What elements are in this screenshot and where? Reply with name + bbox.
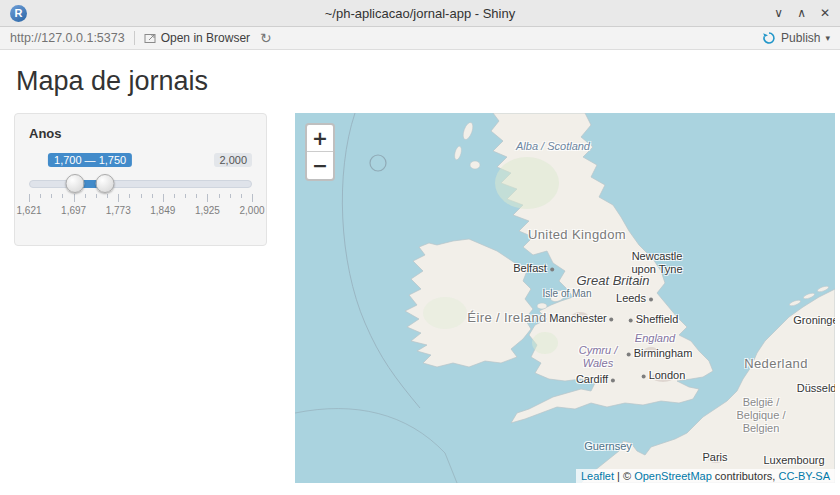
map-label: Nederland bbox=[744, 356, 808, 372]
open-in-browser-button[interactable]: Open in Browser bbox=[144, 31, 250, 45]
slider-tick bbox=[185, 194, 186, 198]
app-content: Mapa de jornais Anos 1,700 — 1,750 2,000… bbox=[0, 50, 840, 483]
map-label: Düsseldorf bbox=[797, 382, 835, 395]
city-dot-icon bbox=[627, 352, 631, 356]
toolbar-divider bbox=[134, 31, 135, 45]
window-titlebar: R ~/ph-aplicacao/jornal-app - Shiny ∨ ∧ … bbox=[0, 0, 840, 27]
map-label: Éire / Ireland bbox=[467, 310, 546, 326]
window-controls: ∨ ∧ ✕ bbox=[774, 7, 830, 19]
map-label: Cardiff bbox=[576, 373, 618, 386]
slider-tick bbox=[96, 194, 97, 198]
sidebar-panel: Anos 1,700 — 1,750 2,000 1,6211,6971,773… bbox=[14, 113, 267, 246]
window-title: ~/ph-aplicacao/jornal-app - Shiny bbox=[0, 6, 840, 21]
publish-label: Publish bbox=[781, 31, 820, 45]
slider-tick bbox=[241, 194, 242, 198]
slider-tick bbox=[174, 194, 175, 198]
slider-tick bbox=[152, 194, 153, 198]
slider-tick bbox=[141, 194, 142, 198]
city-dot-icon bbox=[629, 319, 633, 323]
map-label: London bbox=[639, 369, 686, 382]
slider-tick-label: 2,000 bbox=[239, 205, 264, 216]
map-label: Alba / Scotland bbox=[516, 140, 590, 153]
year-range-slider[interactable]: 1,700 — 1,750 2,000 1,6211,6971,7731,849… bbox=[29, 153, 252, 219]
close-icon[interactable]: ✕ bbox=[820, 7, 830, 19]
leaflet-link[interactable]: Leaflet bbox=[581, 470, 614, 482]
slider-tick-label: 1,849 bbox=[150, 205, 175, 216]
browser-toolbar: http://127.0.0.1:5373 Open in Browser ↻ … bbox=[0, 27, 840, 50]
slider-tick bbox=[163, 194, 164, 202]
slider-max-label: 2,000 bbox=[214, 153, 252, 167]
slider-tick bbox=[129, 194, 130, 198]
maximize-icon[interactable]: ∧ bbox=[797, 7, 806, 19]
map-label: België / Belgique / Belgien bbox=[737, 396, 786, 436]
license-link[interactable]: CC-BY-SA bbox=[778, 470, 830, 482]
slider-tick-label: 1,925 bbox=[195, 205, 220, 216]
slider-tick bbox=[62, 194, 63, 198]
map-labels: Alba / ScotlandUnited KingdomNewcastle u… bbox=[295, 113, 835, 483]
slider-grid: 1,6211,6971,7731,8491,9252,000 bbox=[29, 194, 252, 218]
city-dot-icon bbox=[642, 374, 646, 378]
slider-tick bbox=[118, 194, 119, 202]
zoom-in-button[interactable]: + bbox=[307, 125, 333, 152]
open-in-browser-icon bbox=[144, 32, 157, 44]
map-label: Groningen bbox=[793, 314, 835, 327]
map-label: Belfast bbox=[513, 262, 557, 275]
attribution-sep2: contributors, bbox=[712, 470, 779, 482]
slider-tick bbox=[196, 194, 197, 198]
openstreetmap-link[interactable]: OpenStreetMap bbox=[634, 470, 712, 482]
slider-tick bbox=[85, 194, 86, 198]
slider-tick bbox=[107, 194, 108, 198]
city-dot-icon bbox=[611, 379, 615, 383]
map-label: Guernsey bbox=[584, 440, 632, 453]
map-label: Leeds bbox=[616, 292, 656, 305]
city-dot-icon bbox=[649, 298, 653, 302]
slider-tick-label: 1,621 bbox=[16, 205, 41, 216]
slider-tick-label: 1,697 bbox=[61, 205, 86, 216]
publish-caret-icon: ▾ bbox=[825, 33, 830, 43]
slider-tick bbox=[29, 194, 30, 202]
city-dot-icon bbox=[550, 268, 554, 272]
url-text: http://127.0.0.1:5373 bbox=[10, 31, 125, 45]
map-label: Newcastle upon Tyne bbox=[631, 250, 682, 276]
map-label: Isle of Man bbox=[543, 288, 592, 300]
slider-handle-from[interactable] bbox=[66, 174, 85, 193]
open-in-browser-label: Open in Browser bbox=[161, 31, 250, 45]
page-title: Mapa de jornais bbox=[16, 66, 835, 97]
map-label: Paris bbox=[702, 451, 727, 464]
map-label: United Kingdom bbox=[528, 227, 626, 243]
map-label: England bbox=[635, 332, 675, 345]
slider-tick bbox=[252, 194, 253, 202]
leaflet-map[interactable]: Alba / ScotlandUnited KingdomNewcastle u… bbox=[295, 113, 835, 483]
publish-button[interactable]: Publish ▾ bbox=[762, 31, 830, 45]
slider-range-badge: 1,700 — 1,750 bbox=[48, 153, 132, 167]
slider-tick bbox=[230, 194, 231, 198]
map-label: Great Britain bbox=[577, 273, 650, 289]
slider-title: Anos bbox=[29, 126, 252, 141]
zoom-out-button[interactable]: − bbox=[307, 152, 333, 179]
map-zoom-control: + − bbox=[305, 123, 335, 181]
map-label: Luxembourg bbox=[763, 454, 824, 467]
publish-icon bbox=[762, 31, 776, 45]
slider-tick bbox=[207, 194, 208, 202]
slider-tick-label: 1,773 bbox=[106, 205, 131, 216]
slider-tick bbox=[74, 194, 75, 202]
map-label: Cymru / Wales bbox=[579, 344, 618, 370]
refresh-icon[interactable]: ↻ bbox=[260, 31, 272, 45]
city-dot-icon bbox=[610, 318, 614, 322]
map-label: Birmingham bbox=[624, 347, 693, 360]
map-label: Sheffield bbox=[626, 313, 679, 326]
slider-tick bbox=[219, 194, 220, 198]
slider-track[interactable] bbox=[29, 180, 252, 188]
attribution-sep1: | © bbox=[614, 470, 634, 482]
slider-tick bbox=[40, 194, 41, 198]
rstudio-logo-icon: R bbox=[10, 5, 27, 22]
slider-handle-to[interactable] bbox=[95, 174, 114, 193]
slider-tick bbox=[51, 194, 52, 198]
chevron-down-icon[interactable]: ∨ bbox=[774, 7, 783, 19]
map-label: Manchester bbox=[549, 312, 616, 325]
map-attribution: Leaflet | © OpenStreetMap contributors, … bbox=[576, 469, 835, 483]
